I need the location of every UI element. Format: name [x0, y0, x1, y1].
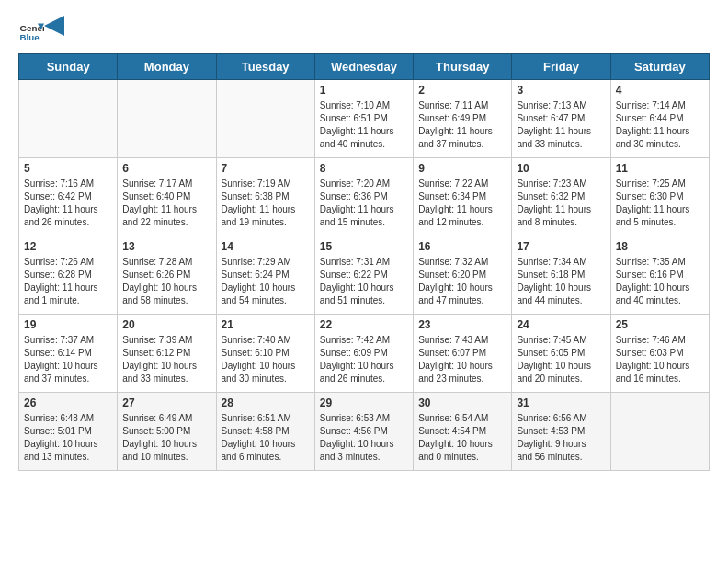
- day-info: Sunrise: 7:34 AM Sunset: 6:18 PM Dayligh…: [517, 256, 605, 307]
- calendar-cell: 20Sunrise: 7:39 AM Sunset: 6:12 PM Dayli…: [118, 315, 216, 393]
- day-number: 8: [320, 162, 408, 175]
- calendar: SundayMondayTuesdayWednesdayThursdayFrid…: [18, 53, 710, 471]
- day-info: Sunrise: 6:51 AM Sunset: 4:58 PM Dayligh…: [222, 412, 310, 464]
- day-number: 7: [222, 162, 310, 175]
- day-number: 29: [320, 396, 408, 409]
- calendar-cell: 5Sunrise: 7:16 AM Sunset: 6:42 PM Daylig…: [19, 158, 118, 236]
- day-info: Sunrise: 7:20 AM Sunset: 6:36 PM Dayligh…: [320, 178, 408, 229]
- weekday-header-monday: Monday: [118, 54, 216, 80]
- calendar-cell: 1Sunrise: 7:10 AM Sunset: 6:51 PM Daylig…: [314, 80, 413, 158]
- day-info: Sunrise: 7:14 AM Sunset: 6:44 PM Dayligh…: [616, 99, 704, 151]
- calendar-cell: 27Sunrise: 6:49 AM Sunset: 5:00 PM Dayli…: [118, 393, 216, 471]
- day-number: 25: [616, 318, 704, 331]
- day-info: Sunrise: 6:49 AM Sunset: 5:00 PM Dayligh…: [122, 412, 210, 464]
- day-info: Sunrise: 7:10 AM Sunset: 6:51 PM Dayligh…: [320, 99, 408, 151]
- svg-marker-3: [44, 16, 64, 36]
- week-row-4: 19Sunrise: 7:37 AM Sunset: 6:14 PM Dayli…: [19, 315, 710, 393]
- week-row-1: 1Sunrise: 7:10 AM Sunset: 6:51 PM Daylig…: [19, 80, 710, 158]
- calendar-cell: 24Sunrise: 7:45 AM Sunset: 6:05 PM Dayli…: [512, 315, 610, 393]
- day-info: Sunrise: 6:54 AM Sunset: 4:54 PM Dayligh…: [418, 412, 506, 464]
- week-row-2: 5Sunrise: 7:16 AM Sunset: 6:42 PM Daylig…: [19, 158, 710, 236]
- day-number: 3: [517, 84, 605, 97]
- day-info: Sunrise: 7:17 AM Sunset: 6:40 PM Dayligh…: [122, 178, 210, 229]
- weekday-header-row: SundayMondayTuesdayWednesdayThursdayFrid…: [19, 54, 710, 80]
- week-row-3: 12Sunrise: 7:26 AM Sunset: 6:28 PM Dayli…: [19, 236, 710, 315]
- day-info: Sunrise: 7:39 AM Sunset: 6:12 PM Dayligh…: [122, 334, 210, 385]
- calendar-cell: 15Sunrise: 7:31 AM Sunset: 6:22 PM Dayli…: [314, 236, 413, 315]
- day-info: Sunrise: 7:26 AM Sunset: 6:28 PM Dayligh…: [24, 256, 112, 307]
- day-info: Sunrise: 7:31 AM Sunset: 6:22 PM Dayligh…: [320, 256, 408, 307]
- day-info: Sunrise: 7:37 AM Sunset: 6:14 PM Dayligh…: [24, 334, 112, 385]
- calendar-cell: 22Sunrise: 7:42 AM Sunset: 6:09 PM Dayli…: [314, 315, 413, 393]
- day-number: 22: [320, 318, 408, 331]
- day-number: 24: [517, 318, 605, 331]
- calendar-cell: 9Sunrise: 7:22 AM Sunset: 6:34 PM Daylig…: [414, 158, 512, 236]
- calendar-cell: 16Sunrise: 7:32 AM Sunset: 6:20 PM Dayli…: [414, 236, 512, 315]
- calendar-cell: [19, 80, 118, 158]
- calendar-cell: 17Sunrise: 7:34 AM Sunset: 6:18 PM Dayli…: [512, 236, 610, 315]
- calendar-cell: 21Sunrise: 7:40 AM Sunset: 6:10 PM Dayli…: [216, 315, 314, 393]
- day-info: Sunrise: 7:11 AM Sunset: 6:49 PM Dayligh…: [418, 99, 506, 151]
- day-info: Sunrise: 7:32 AM Sunset: 6:20 PM Dayligh…: [418, 256, 506, 307]
- day-info: Sunrise: 7:16 AM Sunset: 6:42 PM Dayligh…: [24, 178, 112, 229]
- header: General Blue: [18, 18, 710, 44]
- day-info: Sunrise: 7:40 AM Sunset: 6:10 PM Dayligh…: [222, 334, 310, 385]
- calendar-cell: 30Sunrise: 6:54 AM Sunset: 4:54 PM Dayli…: [414, 393, 512, 471]
- day-number: 26: [24, 396, 112, 409]
- logo-arrow-icon: [44, 16, 64, 36]
- day-number: 2: [418, 84, 506, 97]
- weekday-header-friday: Friday: [512, 54, 610, 80]
- day-info: Sunrise: 7:28 AM Sunset: 6:26 PM Dayligh…: [122, 256, 210, 307]
- calendar-cell: 7Sunrise: 7:19 AM Sunset: 6:38 PM Daylig…: [216, 158, 314, 236]
- day-number: 30: [418, 396, 506, 409]
- day-info: Sunrise: 7:13 AM Sunset: 6:47 PM Dayligh…: [517, 99, 605, 151]
- calendar-cell: 29Sunrise: 6:53 AM Sunset: 4:56 PM Dayli…: [314, 393, 413, 471]
- day-number: 13: [122, 240, 210, 253]
- day-number: 31: [517, 396, 605, 409]
- day-number: 10: [517, 162, 605, 175]
- day-info: Sunrise: 7:46 AM Sunset: 6:03 PM Dayligh…: [616, 334, 704, 385]
- calendar-cell: 31Sunrise: 6:56 AM Sunset: 4:53 PM Dayli…: [512, 393, 610, 471]
- calendar-cell: 8Sunrise: 7:20 AM Sunset: 6:36 PM Daylig…: [314, 158, 413, 236]
- weekday-header-thursday: Thursday: [414, 54, 512, 80]
- calendar-cell: 10Sunrise: 7:23 AM Sunset: 6:32 PM Dayli…: [512, 158, 610, 236]
- weekday-header-tuesday: Tuesday: [216, 54, 314, 80]
- day-number: 27: [122, 396, 210, 409]
- calendar-cell: 28Sunrise: 6:51 AM Sunset: 4:58 PM Dayli…: [216, 393, 314, 471]
- calendar-cell: 4Sunrise: 7:14 AM Sunset: 6:44 PM Daylig…: [610, 80, 709, 158]
- day-number: 12: [24, 240, 112, 253]
- calendar-cell: 6Sunrise: 7:17 AM Sunset: 6:40 PM Daylig…: [118, 158, 216, 236]
- day-number: 6: [122, 162, 210, 175]
- day-number: 1: [320, 84, 408, 97]
- day-info: Sunrise: 7:19 AM Sunset: 6:38 PM Dayligh…: [222, 178, 310, 229]
- calendar-cell: 14Sunrise: 7:29 AM Sunset: 6:24 PM Dayli…: [216, 236, 314, 315]
- calendar-cell: 13Sunrise: 7:28 AM Sunset: 6:26 PM Dayli…: [118, 236, 216, 315]
- calendar-cell: [118, 80, 216, 158]
- day-number: 16: [418, 240, 506, 253]
- calendar-cell: [216, 80, 314, 158]
- week-row-5: 26Sunrise: 6:48 AM Sunset: 5:01 PM Dayli…: [19, 393, 710, 471]
- calendar-cell: 23Sunrise: 7:43 AM Sunset: 6:07 PM Dayli…: [414, 315, 512, 393]
- day-number: 19: [24, 318, 112, 331]
- day-info: Sunrise: 6:48 AM Sunset: 5:01 PM Dayligh…: [24, 412, 112, 464]
- day-info: Sunrise: 7:23 AM Sunset: 6:32 PM Dayligh…: [517, 178, 605, 229]
- day-number: 18: [616, 240, 704, 253]
- day-number: 28: [222, 396, 310, 409]
- day-info: Sunrise: 7:42 AM Sunset: 6:09 PM Dayligh…: [320, 334, 408, 385]
- day-info: Sunrise: 7:43 AM Sunset: 6:07 PM Dayligh…: [418, 334, 506, 385]
- day-number: 15: [320, 240, 408, 253]
- day-number: 5: [24, 162, 112, 175]
- day-number: 9: [418, 162, 506, 175]
- calendar-cell: 3Sunrise: 7:13 AM Sunset: 6:47 PM Daylig…: [512, 80, 610, 158]
- day-number: 21: [222, 318, 310, 331]
- weekday-header-wednesday: Wednesday: [314, 54, 413, 80]
- day-info: Sunrise: 7:22 AM Sunset: 6:34 PM Dayligh…: [418, 178, 506, 229]
- calendar-cell: 11Sunrise: 7:25 AM Sunset: 6:30 PM Dayli…: [610, 158, 709, 236]
- weekday-header-saturday: Saturday: [610, 54, 709, 80]
- day-info: Sunrise: 6:56 AM Sunset: 4:53 PM Dayligh…: [517, 412, 605, 464]
- day-number: 4: [616, 84, 704, 97]
- calendar-cell: 12Sunrise: 7:26 AM Sunset: 6:28 PM Dayli…: [19, 236, 118, 315]
- logo-icon: General Blue: [18, 18, 44, 44]
- calendar-cell: 26Sunrise: 6:48 AM Sunset: 5:01 PM Dayli…: [19, 393, 118, 471]
- day-info: Sunrise: 7:29 AM Sunset: 6:24 PM Dayligh…: [222, 256, 310, 307]
